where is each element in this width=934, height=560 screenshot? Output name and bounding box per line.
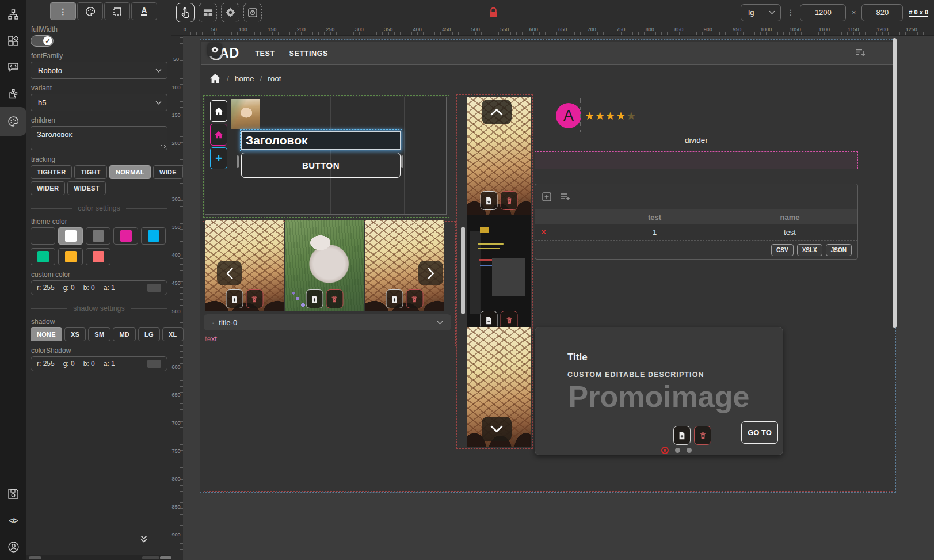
- position-counter[interactable]: # 0 x 0: [909, 9, 928, 17]
- dot-active[interactable]: [661, 447, 669, 454]
- dot[interactable]: [675, 448, 680, 453]
- empty-container[interactable]: [535, 151, 858, 169]
- table-row[interactable]: ✕ 1 test: [535, 224, 857, 241]
- colorshadow-field[interactable]: r: 255 g: 0 b: 0 a: 1: [31, 356, 167, 371]
- carousel-up-button[interactable]: [482, 100, 512, 124]
- home-button-white[interactable]: [210, 100, 227, 122]
- playlist-add-icon[interactable]: [560, 193, 570, 201]
- canvas-width-input[interactable]: [800, 4, 846, 21]
- colorshadow-preview[interactable]: [147, 360, 161, 368]
- star-icon[interactable]: ★: [616, 110, 626, 122]
- canvas-height-input[interactable]: [861, 4, 903, 21]
- export-csv-button[interactable]: CSV: [771, 244, 794, 256]
- delete-image-button[interactable]: [501, 191, 518, 210]
- gear-badge-icon[interactable]: [208, 43, 222, 56]
- fullwidth-toggle[interactable]: ✓: [31, 35, 54, 47]
- hierarchy-icon[interactable]: [0, 1, 26, 28]
- custom-color-field[interactable]: r: 255 g: 0 b: 0 a: 1: [31, 280, 167, 295]
- export-xslx-button[interactable]: XSLX: [797, 244, 822, 256]
- swatch-gray[interactable]: [86, 227, 110, 245]
- promo-description[interactable]: CUSTOM EDITABLE DESCRIPTION: [567, 371, 704, 379]
- add-button[interactable]: +: [210, 147, 227, 169]
- shadow-none-button[interactable]: NONE: [31, 327, 62, 341]
- text-link[interactable]: text: [205, 334, 217, 343]
- upload-file-button[interactable]: [481, 191, 498, 210]
- swatch-amber[interactable]: [58, 248, 83, 265]
- star-icon[interactable]: ★: [585, 110, 595, 122]
- variant-select[interactable]: h5: [31, 94, 167, 111]
- comments-icon[interactable]: [0, 54, 26, 81]
- go-to-button[interactable]: GO TO: [741, 421, 778, 444]
- home-button-pink[interactable]: [210, 124, 227, 146]
- shadow-sm-button[interactable]: SM: [88, 327, 110, 341]
- swatch-white[interactable]: [58, 227, 83, 245]
- tab-palette[interactable]: [77, 2, 103, 20]
- fontfamily-select[interactable]: Roboto: [31, 62, 167, 79]
- carousel-scrollbar[interactable]: [461, 227, 465, 314]
- vertical-carousel-image[interactable]: [467, 215, 531, 327]
- tracking-widest-button[interactable]: WIDEST: [67, 181, 106, 195]
- children-textarea[interactable]: Заголовок: [31, 126, 167, 150]
- star-icon[interactable]: ★: [605, 110, 616, 122]
- account-icon[interactable]: [0, 534, 26, 560]
- upload-file-button[interactable]: [226, 289, 243, 308]
- shadow-lg-button[interactable]: LG: [138, 327, 160, 341]
- nav-link-settings[interactable]: SETTINGS: [289, 49, 328, 58]
- shadow-xl-button[interactable]: XL: [162, 327, 184, 341]
- scrollbar-thumb[interactable]: [401, 155, 403, 168]
- tracking-wider-button[interactable]: WIDER: [31, 181, 65, 195]
- breakpoint-select[interactable]: lg: [741, 4, 781, 21]
- page-artboard[interactable]: AD TEST SETTINGS / home / root: [200, 39, 896, 493]
- lock-icon[interactable]: [489, 7, 498, 20]
- carousel-next-button[interactable]: [418, 261, 443, 285]
- delete-image-button[interactable]: [406, 289, 423, 308]
- swatch-coral[interactable]: [86, 248, 110, 265]
- promo-title[interactable]: Title: [567, 352, 588, 363]
- delete-image-button[interactable]: [326, 289, 343, 308]
- widgets-icon[interactable]: [0, 28, 26, 54]
- selected-heading[interactable]: Заголовок: [241, 131, 401, 150]
- double-chevron-down-icon[interactable]: [139, 535, 148, 546]
- swatch-none[interactable]: [31, 227, 55, 245]
- delete-image-button[interactable]: [694, 426, 711, 445]
- pointer-mode-button[interactable]: [176, 3, 195, 22]
- column-header-name[interactable]: name: [722, 213, 857, 222]
- swatch-green[interactable]: [31, 248, 55, 265]
- design-canvas[interactable]: AD TEST SETTINGS / home / root: [183, 36, 934, 560]
- star-icon[interactable]: ★: [626, 110, 636, 122]
- inspector-horizontal-scrollbar[interactable]: [26, 555, 171, 560]
- tracking-tighter-button[interactable]: TIGHTER: [31, 165, 72, 179]
- user-photo[interactable]: [231, 99, 260, 129]
- canvas-vertical-scrollbar[interactable]: [893, 38, 897, 328]
- preview-mode-button[interactable]: [243, 3, 262, 22]
- plugin-icon[interactable]: [0, 81, 26, 107]
- export-json-button[interactable]: JSON: [826, 244, 852, 256]
- shadow-xs-button[interactable]: XS: [64, 327, 86, 341]
- save-icon[interactable]: [0, 481, 26, 507]
- carousel-prev-button[interactable]: [217, 261, 242, 285]
- carousel-image[interactable]: [285, 220, 364, 311]
- dot[interactable]: [687, 448, 692, 453]
- layout-mode-button[interactable]: [199, 3, 217, 22]
- star-rating[interactable]: ★★★★★: [585, 109, 636, 123]
- swatch-magenta[interactable]: [113, 227, 138, 245]
- avatar[interactable]: A: [556, 103, 581, 128]
- star-icon[interactable]: ★: [595, 110, 605, 122]
- column-header-test[interactable]: test: [587, 213, 722, 222]
- upload-file-button[interactable]: [306, 289, 323, 308]
- settings-mode-button[interactable]: [221, 3, 239, 22]
- custom-color-preview[interactable]: [147, 284, 161, 292]
- swatch-cyan[interactable]: [141, 227, 166, 245]
- tab-more-options[interactable]: ⋮: [50, 2, 76, 20]
- tracking-normal-button[interactable]: NORMAL: [109, 165, 151, 179]
- palette-icon[interactable]: [0, 107, 26, 136]
- nav-link-test[interactable]: TEST: [255, 49, 275, 58]
- delete-image-button[interactable]: [246, 289, 263, 308]
- breadcrumb-root[interactable]: root: [268, 74, 281, 83]
- gallery-title-select[interactable]: · title-0: [204, 314, 451, 330]
- shadow-md-button[interactable]: MD: [113, 327, 136, 341]
- scrollbar-corner[interactable]: [160, 556, 171, 559]
- tracking-tight-button[interactable]: TIGHT: [74, 165, 107, 179]
- sort-descending-icon[interactable]: [855, 48, 867, 60]
- breadcrumb-home[interactable]: home: [235, 74, 254, 83]
